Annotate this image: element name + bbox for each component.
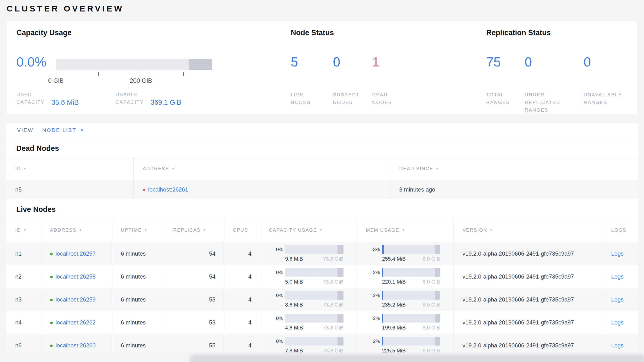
capacity-used-value: 4.6 MiB bbox=[285, 325, 303, 331]
column-header-version[interactable]: VERSION▼ bbox=[453, 218, 602, 242]
sort-desc-icon[interactable]: ▼ bbox=[203, 228, 206, 232]
capacity-total-value: 73.8 GiB bbox=[323, 348, 344, 353]
logs-link[interactable]: Logs bbox=[611, 250, 624, 257]
metric-value: 1 bbox=[372, 55, 425, 69]
column-header-replicas[interactable]: REPLICAS▼ bbox=[164, 218, 224, 242]
column-header-id[interactable]: ID▼ bbox=[6, 157, 134, 180]
capacity-usage-percent: 0% bbox=[270, 292, 283, 298]
capacity-usage-percent: 0% bbox=[270, 315, 283, 321]
node-address-link[interactable]: localhost:26258 bbox=[56, 273, 96, 280]
memory-usage-fill bbox=[382, 268, 383, 277]
memory-usage-bar-group: 2%199.6 MiB8.0 GiB bbox=[366, 314, 440, 331]
memory-usage-percent: 2% bbox=[366, 315, 380, 321]
sort-desc-icon[interactable]: ▼ bbox=[490, 228, 494, 232]
sort-desc-icon[interactable]: ▼ bbox=[24, 228, 27, 232]
column-header-label: ID bbox=[15, 227, 21, 233]
column-header-label: REPLICAS bbox=[173, 227, 201, 233]
sort-desc-icon[interactable]: ▼ bbox=[172, 167, 175, 170]
cpus-cell: 4 bbox=[224, 311, 260, 334]
node-address-link[interactable]: localhost:26262 bbox=[56, 319, 96, 326]
address-cell: localhost:26262 bbox=[41, 311, 112, 334]
sort-desc-icon[interactable]: ▼ bbox=[79, 228, 82, 232]
replicas-cell: 54 bbox=[164, 265, 224, 288]
column-header-uptime[interactable]: UPTIME▼ bbox=[112, 218, 164, 242]
summary-metric: 0UNAVAILABLE RANGES bbox=[584, 55, 634, 114]
memory-usage-reserved bbox=[435, 268, 440, 277]
sort-desc-icon[interactable]: ▼ bbox=[24, 167, 27, 170]
column-header-label: MEM USAGE bbox=[366, 227, 399, 233]
node-id-cell: n1 bbox=[6, 242, 41, 265]
uptime-cell: 6 minutes bbox=[112, 311, 164, 334]
column-header-logs: LOGS bbox=[602, 218, 638, 242]
horizontal-scrollbar[interactable] bbox=[190, 354, 644, 362]
live-nodes-table: ID▼ADDRESS▼UPTIME▼REPLICAS▼CPUSCAPACITY … bbox=[6, 218, 638, 353]
capacity-stat-value: 369.1 GiB bbox=[150, 98, 182, 106]
memory-usage-reserved bbox=[435, 314, 440, 322]
replication-status-metrics: 75TOTAL RANGES0UNDER- REPLICATED RANGES0… bbox=[486, 55, 634, 114]
capacity-usage-bar-group: 0%9.6 MiB73.8 GiB bbox=[270, 245, 344, 262]
version-cell: v19.2.0-alpha.20190606-2491-gfe735c9a97 bbox=[453, 288, 602, 311]
column-header-capacity[interactable]: CAPACITY USAGE▼ bbox=[260, 218, 356, 242]
logs-cell: Logs bbox=[602, 242, 638, 265]
summary-metric: 75TOTAL RANGES bbox=[486, 55, 525, 114]
memory-usage-fill bbox=[382, 337, 383, 345]
capacity-usage-bar bbox=[285, 268, 344, 277]
table-header-row: ID▼ADDRESS▼UPTIME▼REPLICAS▼CPUSCAPACITY … bbox=[6, 218, 638, 242]
node-live-dot-icon bbox=[50, 322, 53, 324]
sort-desc-icon[interactable]: ▼ bbox=[436, 167, 439, 170]
node-address-link[interactable]: localhost:26260 bbox=[56, 342, 96, 349]
memory-usage-cell: 2%225.5 MiB8.0 GiB bbox=[356, 334, 453, 353]
view-mode-dropdown[interactable]: NODE LIST bbox=[42, 127, 76, 133]
sort-desc-icon[interactable]: ▼ bbox=[402, 228, 405, 232]
column-header-address[interactable]: ADDRESS▼ bbox=[41, 218, 112, 242]
node-address-link[interactable]: localhost:26257 bbox=[56, 250, 96, 257]
node-live-dot-icon bbox=[50, 276, 53, 278]
capacity-usage-bar-group: 0%4.6 MiB73.8 GiB bbox=[270, 314, 344, 331]
metric-label: SUSPECT NODES bbox=[333, 91, 372, 106]
logs-link[interactable]: Logs bbox=[611, 342, 624, 349]
replicas-cell: 55 bbox=[164, 288, 224, 311]
column-header-address[interactable]: ADDRESS▼ bbox=[134, 157, 390, 180]
table-row: n5localhost:262613 minutes ago bbox=[6, 180, 638, 199]
capacity-used-value: 7.8 MiB bbox=[285, 348, 303, 353]
axis-tick bbox=[141, 72, 141, 76]
dead-nodes-heading: Dead Nodes bbox=[16, 144, 638, 153]
column-header-dead_since[interactable]: DEAD SINCE▼ bbox=[390, 157, 638, 180]
memory-usage-fill bbox=[382, 314, 383, 322]
cpus-cell: 4 bbox=[224, 265, 260, 288]
column-header-cpus: CPUS bbox=[224, 218, 260, 242]
logs-link[interactable]: Logs bbox=[611, 319, 624, 326]
summary-metric: 5LIVE NODES bbox=[291, 55, 333, 106]
node-address-link[interactable]: localhost:26259 bbox=[56, 296, 96, 303]
axis-tick bbox=[56, 72, 56, 76]
capacity-total-value: 73.8 GiB bbox=[323, 279, 344, 285]
column-header-id[interactable]: ID▼ bbox=[6, 218, 41, 242]
logs-link[interactable]: Logs bbox=[611, 273, 624, 280]
sort-desc-icon[interactable]: ▼ bbox=[319, 228, 323, 232]
axis-tick-label: 0 GiB bbox=[48, 77, 64, 84]
chevron-down-icon[interactable]: ▼ bbox=[80, 128, 84, 132]
memory-usage-percent: 3% bbox=[366, 247, 380, 252]
node-live-dot-icon bbox=[50, 299, 53, 301]
uptime-cell: 6 minutes bbox=[112, 242, 164, 265]
summary-metric: 1DEAD NODES bbox=[372, 55, 425, 106]
metric-label: UNDER- REPLICATED RANGES bbox=[525, 91, 584, 114]
sort-desc-icon[interactable]: ▼ bbox=[144, 228, 148, 232]
address-cell: localhost:26260 bbox=[41, 334, 112, 353]
memory-usage-reserved bbox=[435, 245, 440, 254]
node-list-section: Dead Nodes ID▼ADDRESS▼DEAD SINCE▼n5local… bbox=[6, 138, 638, 353]
node-id-cell: n2 bbox=[6, 265, 41, 288]
summary-metric: 0UNDER- REPLICATED RANGES bbox=[525, 55, 584, 114]
column-header-memory[interactable]: MEM USAGE▼ bbox=[356, 218, 453, 242]
memory-usage-cell: 3%255.4 MiB8.0 GiB bbox=[356, 242, 453, 265]
column-header-label: ADDRESS bbox=[143, 166, 169, 171]
node-address-link[interactable]: localhost:26261 bbox=[148, 186, 188, 193]
capacity-usage-percent: 0% bbox=[270, 247, 283, 252]
logs-link[interactable]: Logs bbox=[611, 296, 624, 303]
capacity-stat: USED CAPACITY35.6 MiB bbox=[16, 91, 116, 106]
axis-tick-label: 200 GiB bbox=[130, 77, 152, 84]
capacity-usage-bar bbox=[285, 291, 344, 300]
view-label: VIEW: bbox=[17, 127, 36, 133]
uptime-cell: 6 minutes bbox=[112, 265, 164, 288]
capacity-usage-cell: 0%4.6 MiB73.8 GiB bbox=[260, 311, 356, 334]
